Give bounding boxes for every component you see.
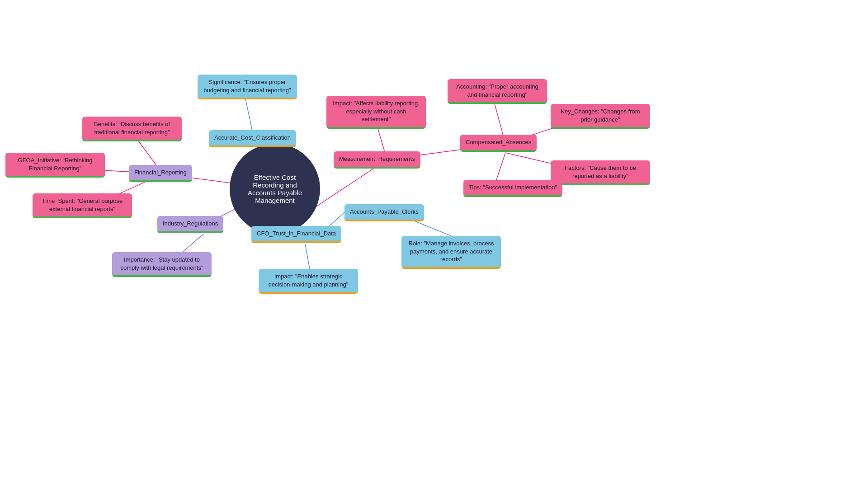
industry_regulations: Industry_Regulations xyxy=(157,216,223,233)
svg-line-17 xyxy=(496,153,505,180)
accurate_cost_classification: Accurate_Cost_Classification xyxy=(209,130,296,147)
accounting: Accounting: "Proper accounting and finan… xyxy=(448,79,547,104)
svg-line-2 xyxy=(305,244,310,269)
significance: Significance: "Ensures proper budgeting … xyxy=(198,75,297,99)
financial_reporting: Financial_Reporting xyxy=(129,165,192,182)
benefits: Benefits: "Discuss benefits of tradition… xyxy=(82,117,182,141)
importance: Importance: "Stay updated to comply with… xyxy=(112,252,212,277)
role: Role: "Manage invoices, process payments… xyxy=(401,236,501,269)
impact_cfo: Impact: "Enables strategic decision-maki… xyxy=(259,269,358,294)
factors: Factors: "Cause them to be reported as a… xyxy=(551,160,650,185)
cfo_trust: CFO_Trust_in_Financial_Data xyxy=(251,226,341,243)
accounts_payable_clerks: Accounts_Payable_Clerks xyxy=(344,204,424,221)
tips: Tips: "Successful implementation" xyxy=(463,180,562,197)
time_spent: Time_Spent: "General purpose external fi… xyxy=(33,193,132,218)
compensated_absences: Compensated_Absences xyxy=(460,135,537,152)
center-label: Effective Cost Recording and Accounts Pa… xyxy=(239,174,311,204)
center-node: Effective Cost Recording and Accounts Pa… xyxy=(230,144,320,234)
measurement_requirements: Measurement_Requirements xyxy=(334,151,420,169)
impact_measurement: Impact: "Affects liability reporting, es… xyxy=(326,96,426,129)
key_changes: Key_Changes: "Changes from prior guidanc… xyxy=(551,104,650,129)
gfoa_initiative: GFOA_Initiative: "Rethinking Financial R… xyxy=(5,153,105,178)
